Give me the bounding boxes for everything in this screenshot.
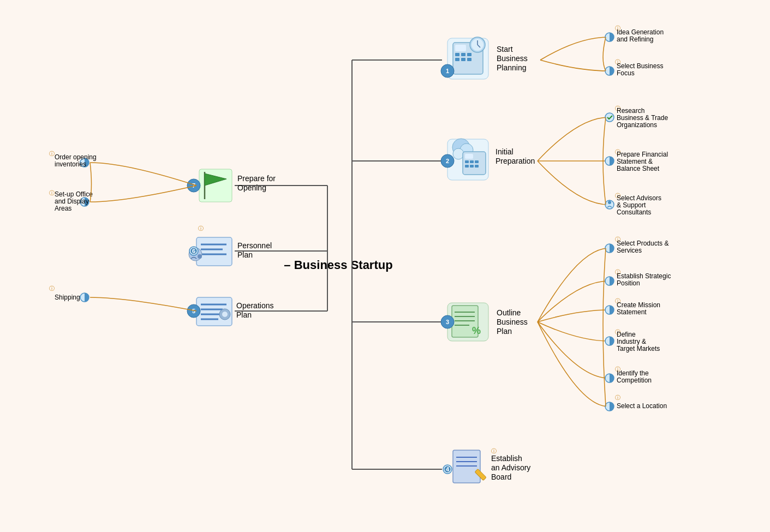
b2-leaf1-label2: Business & Trade: [617, 114, 668, 122]
b3-leaf2-label: Establish Strategic: [617, 272, 671, 280]
b2-leaf1-label3: Organizations: [617, 121, 657, 129]
b2-leaf1-label: Research: [617, 107, 644, 115]
b2-k5: [470, 165, 474, 168]
b7-leaf1-label2: inventories: [55, 160, 86, 168]
b2-k1: [465, 160, 469, 163]
b7-leaf2-info: ⓘ: [49, 190, 55, 196]
b2-k3: [475, 160, 479, 163]
b2-leaf2-label3: Balance Sheet: [617, 165, 660, 172]
branch7-label: Prepare for: [237, 174, 276, 183]
branch1-label3: Planning: [497, 63, 527, 72]
b2-leaf3-label2: & Support: [617, 201, 646, 209]
b3-leaf3-label: Create Mission: [617, 301, 660, 309]
b2-k4: [465, 165, 469, 168]
b1-leaf1-label: Idea Generation: [617, 28, 664, 36]
b1-key1: [455, 53, 459, 56]
branch6-icon: [196, 237, 232, 266]
b7-leaf1-info: ⓘ: [49, 151, 55, 157]
b6-head2: [198, 254, 202, 259]
b5-leaf1-info: ⓘ: [49, 285, 55, 291]
branch4-label: Establish: [491, 454, 522, 463]
b5-leaf1-label: Shipping: [55, 294, 80, 301]
b3-leaf4-label: Define: [617, 331, 636, 338]
branch4-num: 4: [446, 466, 450, 473]
branch4-info: ⓘ: [491, 448, 497, 454]
branch1-label2: Business: [497, 54, 528, 63]
branch3-num: 3: [446, 319, 449, 325]
b3-leaf4-label2: Industry &: [617, 338, 646, 345]
b7-leaf1-label: Order opening: [55, 153, 97, 161]
branch7-label2: Opening: [237, 183, 266, 192]
b1-leaf2-label2: Focus: [617, 69, 635, 77]
branch5-label2: Plan: [236, 310, 252, 319]
branch6-num: 6: [192, 248, 195, 254]
b3-percent: %: [472, 325, 481, 336]
b1-key3: [467, 53, 471, 56]
main-title: – Business Startup: [284, 258, 392, 272]
b3-leaf5-label: Identify the: [617, 369, 649, 377]
branch3-label2: Business: [497, 318, 528, 326]
b7-leaf2-label3: Areas: [55, 205, 71, 212]
b2-leaf3-label3: Consultants: [617, 208, 651, 216]
b3-leaf5-label2: Competition: [617, 376, 652, 384]
branch6-label: Personnel: [237, 241, 272, 250]
b7-leaf2-label: Set-up Office: [55, 190, 93, 198]
b2-bubble3: [453, 148, 464, 159]
branch3-label: Outline: [497, 308, 521, 317]
branch2-num: 2: [446, 158, 449, 164]
b2-screen: [465, 154, 473, 159]
b1-key6: [467, 58, 471, 61]
b3-leaf4-label3: Target Markets: [617, 345, 660, 352]
branch1-label: Start: [497, 45, 513, 53]
b3-leaf1-label2: Services: [617, 247, 642, 254]
b1-key5: [461, 58, 465, 61]
b7-leaf2-label2: and Display: [55, 198, 89, 205]
b1-leaf1-label2: and Refining: [617, 35, 653, 43]
b3-leaf6-info: ⓘ: [615, 394, 620, 401]
branch6-label2: Plan: [237, 250, 253, 259]
b3-leaf1-label: Select Products &: [617, 240, 668, 247]
branch2-label: Initial: [496, 147, 514, 156]
branch5-label: Operations: [236, 301, 273, 310]
b2-leaf3-label: Select Advisors: [617, 194, 661, 202]
b3-leaf3-label2: Statement: [617, 308, 647, 316]
b1-key2: [461, 53, 465, 56]
b2-leaf1-circle: [605, 113, 614, 122]
b2-leaf2-label2: Statement &: [617, 158, 653, 165]
b2-k2: [470, 160, 474, 163]
branch4-label3: Board: [491, 473, 511, 481]
b1-leaf2-label: Select Business: [617, 62, 663, 70]
b5-gear-center: [222, 312, 228, 317]
branch2-label2: Preparation: [496, 157, 535, 165]
b3-leaf2-label2: Position: [617, 279, 640, 287]
branch1-num: 1: [446, 68, 449, 74]
branch4-label2: an Advisory: [491, 463, 530, 472]
branch3-label3: Plan: [497, 327, 512, 336]
b3-leaf6-label: Select a Location: [617, 402, 667, 410]
b1-screen: [455, 45, 466, 51]
mindmap: – Business Startup 1 Start Business Plan…: [0, 0, 770, 532]
b1-key4: [455, 58, 459, 61]
b2-leaf3-head: [608, 201, 611, 204]
branch6-info: ⓘ: [198, 225, 204, 231]
b2-leaf2-label: Prepare Financial: [617, 151, 668, 158]
b2-k6: [475, 165, 479, 168]
